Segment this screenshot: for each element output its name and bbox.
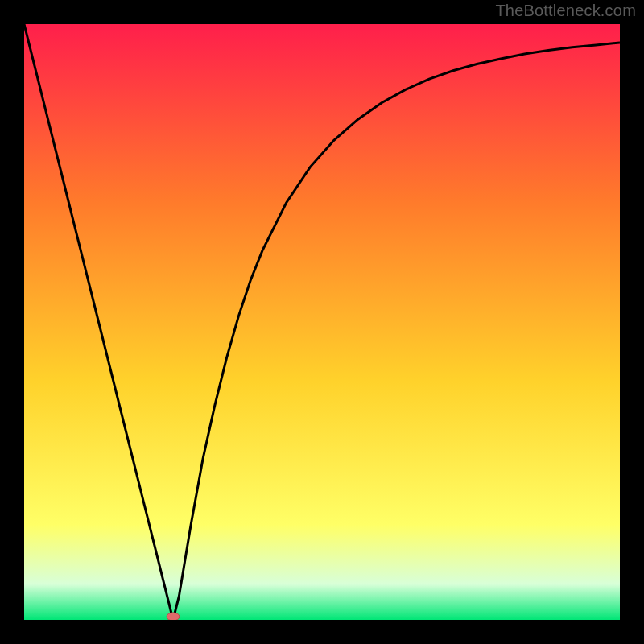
attribution-label: TheBottleneck.com (495, 2, 636, 20)
plot-svg (24, 24, 620, 620)
gradient-background (24, 24, 620, 620)
chart-frame: TheBottleneck.com (0, 0, 644, 644)
plot-area (24, 24, 620, 620)
minimum-marker (167, 613, 180, 620)
